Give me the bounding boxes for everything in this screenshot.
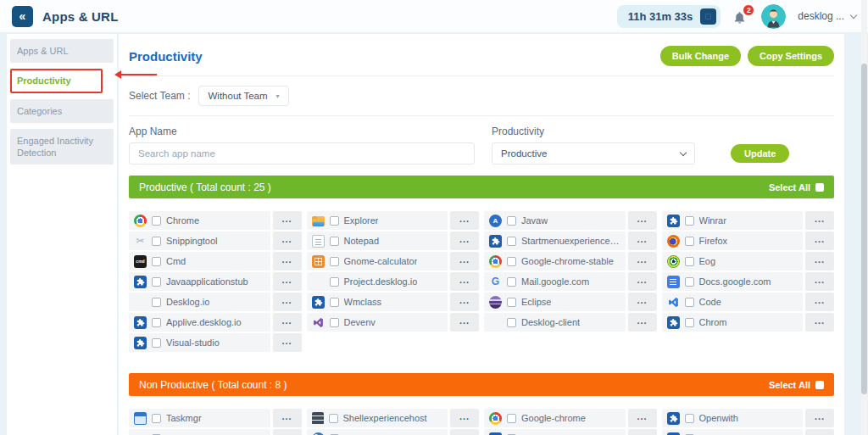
more-options-button[interactable]: ...	[450, 293, 479, 311]
app-item-body[interactable]: GMail.google.com	[484, 272, 626, 291]
more-options-button[interactable]: ...	[805, 272, 834, 291]
app-item-body[interactable]: Project.desklog.io	[307, 272, 448, 291]
more-options-button[interactable]: ...	[805, 252, 834, 270]
app-item-body[interactable]: Startmenuexperiencehost	[484, 231, 626, 250]
app-item-mmc[interactable]: Mmc...	[129, 429, 302, 435]
app-checkbox[interactable]	[152, 257, 161, 266]
more-options-button[interactable]: ...	[628, 231, 657, 250]
more-options-button[interactable]: ...	[450, 429, 479, 435]
app-item-project-desklog-io[interactable]: Project.desklog.io...	[307, 272, 480, 291]
app-item-body[interactable]: Google-chrome	[484, 409, 626, 427]
app-item-firefox[interactable]: Firefox...	[662, 231, 835, 250]
app-item-gnome-shell-portal-hel[interactable]: Gnome-shell-portal-hel......	[307, 429, 480, 435]
app-item-b-u-ac-in[interactable]: B-u.ac.in...	[662, 429, 835, 435]
app-item-body[interactable]: Gnome-shell-portal-hel...	[307, 429, 448, 435]
app-item-explorer[interactable]: Explorer...	[307, 211, 480, 230]
app-item-body[interactable]: Firefox	[662, 231, 804, 250]
app-checkbox[interactable]	[507, 277, 516, 287]
app-checkbox[interactable]	[330, 257, 339, 266]
app-checkbox[interactable]	[152, 237, 161, 246]
more-options-button[interactable]: ...	[273, 429, 302, 435]
app-checkbox[interactable]	[685, 277, 694, 287]
scrollbar-thumb[interactable]	[861, 64, 867, 394]
more-options-button[interactable]: ...	[628, 429, 657, 435]
app-item-body[interactable]: Notepad	[307, 231, 448, 250]
scrollbar[interactable]	[861, 0, 867, 435]
app-item-devenv[interactable]: Devenv...	[307, 313, 480, 332]
app-checkbox[interactable]	[507, 414, 516, 423]
more-options-button[interactable]: ...	[450, 272, 479, 291]
app-item-body[interactable]: Taskmgr	[129, 409, 270, 427]
more-options-button[interactable]: ...	[628, 313, 657, 332]
app-checkbox[interactable]	[507, 318, 516, 327]
app-item-javaapplicationstub[interactable]: Javaapplicationstub...	[129, 272, 302, 291]
app-item-body[interactable]: B-u.ac.in	[662, 429, 804, 435]
app-item-visual-studio[interactable]: Visual-studio...	[129, 333, 302, 352]
app-checkbox[interactable]	[330, 277, 339, 287]
app-checkbox[interactable]	[507, 298, 516, 307]
more-options-button[interactable]: ...	[805, 211, 834, 230]
more-options-button[interactable]: ...	[450, 409, 479, 427]
app-checkbox[interactable]	[152, 338, 161, 348]
sidebar-item-categories[interactable]: Categories	[10, 99, 114, 123]
sidebar-item-apps-url[interactable]: Apps & URL	[10, 39, 114, 63]
app-checkbox[interactable]	[152, 318, 161, 327]
app-item-ktu-edu-in[interactable]: Ktu.edu.in...	[484, 429, 657, 435]
app-item-body[interactable]: Shellexperiencehost	[307, 409, 448, 427]
more-options-button[interactable]: ...	[450, 252, 479, 270]
app-checkbox[interactable]	[507, 257, 516, 266]
app-item-body[interactable]: Applive.desklog.io	[129, 313, 270, 332]
app-item-desklog-client[interactable]: Desklog-client...	[484, 313, 657, 332]
app-item-applive-desklog-io[interactable]: Applive.desklog.io...	[129, 313, 302, 332]
app-checkbox[interactable]	[152, 298, 161, 307]
app-item-code[interactable]: Code...	[662, 293, 835, 311]
more-options-button[interactable]: ...	[805, 293, 834, 311]
app-checkbox[interactable]	[329, 414, 338, 423]
app-item-google-chrome-stable[interactable]: Google-chrome-stable...	[484, 252, 657, 270]
app-item-notepad[interactable]: Notepad...	[307, 231, 480, 250]
app-checkbox[interactable]	[685, 414, 694, 423]
select-all-checkbox[interactable]	[815, 381, 824, 389]
app-checkbox[interactable]	[685, 216, 694, 226]
more-options-button[interactable]: ...	[628, 293, 657, 311]
app-item-cmd[interactable]: cmdCmd...	[129, 252, 302, 270]
app-item-body[interactable]: Explorer	[307, 211, 448, 230]
more-options-button[interactable]: ...	[273, 252, 302, 270]
bulk-change-button[interactable]: Bulk Change	[660, 46, 741, 66]
more-options-button[interactable]: ...	[273, 313, 302, 332]
app-checkbox[interactable]	[330, 318, 339, 327]
more-options-button[interactable]: ...	[273, 409, 302, 427]
more-options-button[interactable]: ...	[450, 231, 479, 250]
app-item-javaw[interactable]: AJavaw...	[484, 211, 657, 230]
select-all-checkbox[interactable]	[815, 183, 824, 192]
select-all-control[interactable]: Select All	[769, 182, 824, 192]
app-item-body[interactable]: Wmclass	[307, 293, 448, 311]
app-item-taskmgr[interactable]: Taskmgr...	[129, 409, 302, 427]
more-options-button[interactable]: ...	[805, 313, 834, 332]
more-options-button[interactable]: ...	[805, 409, 834, 427]
search-input[interactable]	[129, 142, 475, 165]
more-options-button[interactable]: ...	[628, 252, 657, 270]
more-options-button[interactable]: ...	[805, 231, 834, 250]
app-checkbox[interactable]	[507, 216, 516, 226]
app-item-body[interactable]: Eclipse	[484, 293, 626, 311]
app-item-body[interactable]: cmdCmd	[129, 252, 270, 270]
more-options-button[interactable]: ...	[805, 429, 834, 435]
app-item-wmclass[interactable]: Wmclass...	[307, 293, 480, 311]
app-item-body[interactable]: Chrom	[662, 313, 804, 332]
app-item-snippingtool[interactable]: ✂Snippingtool...	[129, 231, 302, 250]
app-item-body[interactable]: Javaapplicationstub	[129, 272, 270, 291]
more-options-button[interactable]: ...	[628, 211, 657, 230]
app-checkbox[interactable]	[507, 237, 516, 246]
app-item-body[interactable]: Gnome-calculator	[307, 252, 448, 270]
collapse-sidebar-button[interactable]: «	[12, 6, 33, 27]
app-item-gnome-calculator[interactable]: Gnome-calculator...	[307, 252, 480, 270]
app-checkbox[interactable]	[685, 237, 694, 246]
more-options-button[interactable]: ...	[273, 272, 302, 291]
app-item-body[interactable]: Docs.google.com	[662, 272, 804, 291]
select-team-dropdown[interactable]: Without Team ▾	[198, 86, 288, 106]
stop-timer-button[interactable]	[700, 8, 716, 25]
app-checkbox[interactable]	[152, 414, 161, 423]
app-item-body[interactable]: Eog	[662, 252, 804, 270]
app-item-chrom[interactable]: Chrom...	[662, 313, 835, 332]
